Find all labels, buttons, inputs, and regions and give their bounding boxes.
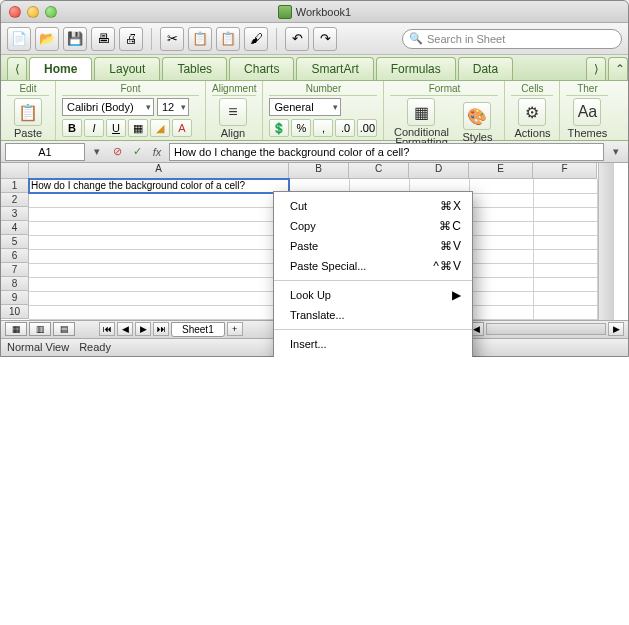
menu-item-look-up[interactable]: Look Up▶ [274,285,472,305]
row-header[interactable]: 2 [1,193,29,207]
copy-button[interactable]: 📋 [188,27,212,51]
column-header[interactable]: F [533,163,597,179]
align-button[interactable]: ≡ Align [212,98,254,139]
cell[interactable] [533,235,597,249]
save-button[interactable]: 💾 [63,27,87,51]
add-sheet-button[interactable]: + [227,322,243,336]
column-header[interactable]: E [469,163,533,179]
paste-big-button[interactable]: 📋 Paste [7,98,49,139]
cell[interactable] [469,193,533,207]
increase-decimal-button[interactable]: .00 [357,119,377,137]
cell[interactable] [29,305,289,319]
sheet-first-button[interactable]: ⏮ [99,322,115,336]
save2-button[interactable]: 🖶 [91,27,115,51]
font-color-button[interactable]: A [172,119,192,137]
ribbon-tab-charts[interactable]: Charts [229,57,294,80]
cell[interactable] [533,179,597,193]
name-box-dropdown[interactable]: ▾ [89,144,105,160]
border-button[interactable]: ▦ [128,119,148,137]
cancel-edit-button[interactable]: ⊘ [109,144,125,160]
menu-item-paste[interactable]: Paste⌘V [274,236,472,256]
cell[interactable] [469,277,533,291]
percent-button[interactable]: % [291,119,311,137]
formula-input[interactable]: How do I change the background color of … [169,143,604,161]
ribbon-tab-layout[interactable]: Layout [94,57,160,80]
row-header[interactable]: 8 [1,277,29,291]
view-layout-icon[interactable]: ▥ [29,322,51,336]
cell[interactable] [29,221,289,235]
ribbon-tab-home[interactable]: Home [29,57,92,80]
cell[interactable] [469,263,533,277]
select-all-corner[interactable] [1,163,29,179]
cell[interactable] [29,193,289,207]
row-header[interactable]: 1 [1,179,29,193]
cell[interactable] [29,291,289,305]
row-header[interactable]: 7 [1,263,29,277]
row-header[interactable]: 3 [1,207,29,221]
font-name-combo[interactable]: Calibri (Body) [62,98,154,116]
redo-button[interactable]: ↷ [313,27,337,51]
italic-button[interactable]: I [84,119,104,137]
decrease-decimal-button[interactable]: .0 [335,119,355,137]
horizontal-scrollbar[interactable] [486,323,606,335]
formula-expand-button[interactable]: ▾ [608,144,624,160]
ribbon-tab-data[interactable]: Data [458,57,513,80]
cell[interactable] [533,263,597,277]
name-box[interactable]: A1 [5,143,85,161]
undo-button[interactable]: ↶ [285,27,309,51]
cell[interactable] [469,221,533,235]
search-input[interactable]: 🔍 Search in Sheet [402,29,622,49]
sheet-next-button[interactable]: ▶ [135,322,151,336]
cell[interactable] [533,249,597,263]
comma-button[interactable]: , [313,119,333,137]
ribbon-tab-smartart[interactable]: SmartArt [296,57,373,80]
column-header[interactable]: B [289,163,349,179]
fill-color-button[interactable]: ◢ [150,119,170,137]
menu-item-paste-special[interactable]: Paste Special...^⌘V [274,256,472,276]
conditional-formatting-button[interactable]: ▦ Conditional Formatting [390,98,452,147]
currency-button[interactable]: 💲 [269,119,289,137]
menu-item-delete[interactable]: Delete... [274,354,472,357]
cell[interactable]: How do I change the background color of … [29,179,289,193]
sheet-last-button[interactable]: ⏭ [153,322,169,336]
row-header[interactable]: 9 [1,291,29,305]
cell[interactable] [29,207,289,221]
cell[interactable] [469,179,533,193]
cell[interactable] [469,305,533,319]
cell[interactable] [533,193,597,207]
column-header[interactable]: C [349,163,409,179]
menu-item-translate[interactable]: Translate... [274,305,472,325]
cell[interactable] [469,207,533,221]
menu-item-insert[interactable]: Insert... [274,334,472,354]
ribbon-tab-next[interactable]: ⟩ [586,57,606,80]
confirm-edit-button[interactable]: ✓ [129,144,145,160]
ribbon-tab-prev[interactable]: ⟨ [7,57,27,80]
themes-button[interactable]: Aa Themes [566,98,608,139]
bold-button[interactable]: B [62,119,82,137]
cell[interactable] [533,277,597,291]
column-header[interactable]: D [409,163,469,179]
view-break-icon[interactable]: ▤ [53,322,75,336]
ribbon-tab-tables[interactable]: Tables [162,57,227,80]
new-button[interactable]: 📄 [7,27,31,51]
fx-button[interactable]: fx [149,144,165,160]
cell[interactable] [533,291,597,305]
cell[interactable] [29,249,289,263]
cell[interactable] [29,277,289,291]
cut-button[interactable]: ✂ [160,27,184,51]
row-header[interactable]: 5 [1,235,29,249]
open-button[interactable]: 📂 [35,27,59,51]
ribbon-tab-formulas[interactable]: Formulas [376,57,456,80]
row-header[interactable]: 4 [1,221,29,235]
ribbon-collapse-button[interactable]: ⌃ [608,57,628,80]
cell[interactable] [469,235,533,249]
paste-button[interactable]: 📋 [216,27,240,51]
format-painter-button[interactable]: 🖌 [244,27,268,51]
cell[interactable] [533,207,597,221]
cell[interactable] [533,221,597,235]
column-header[interactable]: A [29,163,289,179]
menu-item-copy[interactable]: Copy⌘C [274,216,472,236]
view-normal-icon[interactable]: ▦ [5,322,27,336]
row-header[interactable]: 6 [1,249,29,263]
cell[interactable] [469,249,533,263]
